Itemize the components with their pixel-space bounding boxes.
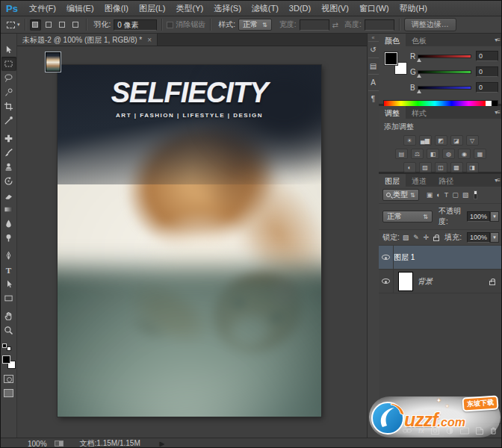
- menu-item[interactable]: 编辑(E): [61, 1, 99, 16]
- brightness-contrast-icon[interactable]: ☀: [403, 135, 416, 146]
- character-panel-icon[interactable]: A: [368, 74, 379, 90]
- color-panel-swatches[interactable]: [385, 52, 407, 75]
- spot-healing-brush-tool[interactable]: [1, 131, 16, 146]
- tab-adjustments[interactable]: 调整: [379, 106, 406, 119]
- channel-mixer-icon[interactable]: ◉: [458, 149, 471, 159]
- rectangular-marquee-tool[interactable]: [1, 57, 16, 71]
- channel-value-field[interactable]: 0: [476, 82, 498, 93]
- tab-swatches[interactable]: 色板: [406, 34, 433, 46]
- lasso-tool[interactable]: [1, 71, 16, 85]
- filter-shape-layers-icon[interactable]: ▢: [452, 191, 459, 199]
- threshold-icon[interactable]: ◫: [435, 162, 447, 172]
- tab-styles[interactable]: 样式: [406, 106, 433, 119]
- horizontal-type-tool[interactable]: T: [1, 263, 16, 277]
- eyedropper-tool[interactable]: [1, 113, 16, 128]
- canvas-area[interactable]: SELFIECITY ART | FASHION | LIFESTYLE | D…: [17, 46, 367, 438]
- slider-thumb-icon[interactable]: [417, 58, 421, 62]
- foreground-background-swatches[interactable]: [2, 355, 16, 369]
- height-input[interactable]: [365, 19, 394, 31]
- path-selection-tool[interactable]: [1, 277, 16, 291]
- feather-input[interactable]: 0 像素: [114, 19, 157, 31]
- antialias-checkbox[interactable]: [167, 22, 173, 28]
- layer-name[interactable]: 图层 1: [394, 252, 415, 263]
- slider-thumb-icon[interactable]: [417, 74, 421, 78]
- chevron-down-icon[interactable]: ▼: [490, 232, 499, 243]
- color-balance-icon[interactable]: ⚖: [411, 149, 424, 159]
- gradient-map-icon[interactable]: ▩: [450, 162, 463, 172]
- paragraph-panel-icon[interactable]: ¶: [368, 90, 379, 107]
- screen-mode-icon[interactable]: [4, 389, 13, 397]
- hue-saturation-icon[interactable]: ▤: [395, 149, 408, 159]
- move-tool[interactable]: [1, 43, 16, 57]
- panel-menu-icon[interactable]: ▾≡: [495, 37, 500, 43]
- style-dropdown[interactable]: 正常 ⇅: [238, 19, 272, 31]
- close-icon[interactable]: ×: [147, 36, 152, 44]
- history-brush-tool[interactable]: [1, 174, 16, 188]
- invert-icon[interactable]: ◐: [403, 162, 416, 172]
- filter-pixel-layers-icon[interactable]: ▣: [427, 191, 433, 199]
- posterize-icon[interactable]: ▨: [419, 162, 432, 172]
- tab-layers[interactable]: 图层: [379, 174, 406, 187]
- tab-paths[interactable]: 路径: [433, 174, 459, 187]
- blend-mode-dropdown[interactable]: 正常 ⇅: [382, 211, 433, 223]
- color-lookup-icon[interactable]: ▦: [474, 149, 486, 159]
- menu-item[interactable]: 帮助(H): [394, 1, 433, 16]
- menu-item[interactable]: 窗口(W): [354, 1, 394, 16]
- channel-value-field[interactable]: 0: [476, 51, 498, 61]
- menu-item[interactable]: 图层(L): [134, 1, 170, 16]
- new-selection-button[interactable]: [30, 19, 41, 31]
- status-menu-arrow-icon[interactable]: ▶: [160, 441, 164, 447]
- tab-channels[interactable]: 通道: [406, 174, 433, 187]
- panel-menu-icon[interactable]: ▾≡: [495, 177, 500, 184]
- channel-slider-track[interactable]: [418, 70, 471, 74]
- selective-color-icon[interactable]: ◨: [466, 162, 479, 172]
- add-selection-button[interactable]: [43, 19, 55, 31]
- crop-tool[interactable]: [1, 99, 16, 113]
- vibrance-icon[interactable]: ▽: [466, 135, 479, 146]
- filter-smart-objects-icon[interactable]: ▧: [462, 191, 469, 199]
- layer-thumbnail[interactable]: [398, 272, 413, 291]
- filter-type-layers-icon[interactable]: T: [444, 191, 449, 199]
- channel-value-field[interactable]: 0: [476, 66, 498, 77]
- menu-item[interactable]: 选择(S): [208, 1, 247, 16]
- history-panel-icon[interactable]: ↺: [368, 41, 379, 57]
- quick-mask-icon[interactable]: [4, 375, 13, 383]
- layer-row[interactable]: 图层 1: [379, 246, 502, 270]
- layer-filter-dropdown[interactable]: 类型 ⇅: [382, 189, 419, 201]
- eraser-tool[interactable]: [1, 188, 16, 202]
- quick-selection-tool[interactable]: [1, 85, 16, 99]
- menu-item[interactable]: 图像(I): [99, 1, 134, 16]
- lock-all-icon[interactable]: [433, 237, 439, 241]
- opacity-value[interactable]: 100% ▼: [467, 211, 499, 222]
- black-white-icon[interactable]: ◧: [427, 149, 439, 159]
- channel-slider-track[interactable]: [418, 86, 471, 90]
- zoom-level-field[interactable]: 100%: [28, 440, 47, 448]
- exposure-icon[interactable]: ◪: [450, 135, 463, 146]
- brush-tool[interactable]: [1, 146, 16, 160]
- panel-menu-icon[interactable]: ▾≡: [495, 109, 500, 116]
- blur-tool[interactable]: [1, 217, 16, 231]
- document-tab[interactable]: 未标题-2 @ 100% (图层 1, RGB/8) * ×: [17, 34, 158, 46]
- properties-panel-icon[interactable]: ▤: [368, 57, 379, 74]
- levels-icon[interactable]: ▄▆: [419, 135, 432, 146]
- expand-panels-icon[interactable]: «: [372, 35, 375, 41]
- curves-icon[interactable]: ◩: [435, 135, 447, 146]
- fill-value[interactable]: 100% ▼: [467, 232, 499, 243]
- hand-tool[interactable]: [1, 309, 16, 323]
- menu-item[interactable]: 视图(V): [316, 1, 354, 16]
- layer-thumbnail[interactable]: [46, 52, 61, 72]
- tool-preset-picker[interactable]: ▾: [7, 22, 20, 28]
- layer-row[interactable]: 背景: [379, 270, 502, 293]
- chevron-down-icon[interactable]: ▼: [490, 211, 499, 222]
- intersect-selection-button[interactable]: [70, 19, 81, 31]
- default-swatches-icon[interactable]: [2, 343, 11, 351]
- slider-thumb-icon[interactable]: [417, 90, 421, 93]
- gradient-tool[interactable]: [1, 202, 16, 217]
- zoom-tool[interactable]: [1, 323, 16, 337]
- visibility-eye-icon[interactable]: [379, 246, 394, 269]
- dodge-tool[interactable]: [1, 231, 16, 245]
- lock-pixels-icon[interactable]: ✎: [413, 234, 419, 241]
- poster-document[interactable]: SELFIECITY ART | FASHION | LIFESTYLE | D…: [58, 65, 321, 417]
- menu-item[interactable]: 3D(D): [284, 1, 316, 16]
- foreground-color-swatch[interactable]: [2, 355, 10, 364]
